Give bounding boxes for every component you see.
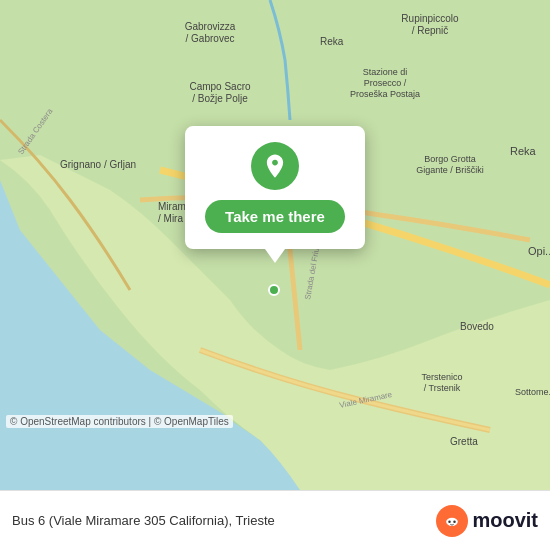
svg-text:Grignano / Grljan: Grignano / Grljan bbox=[60, 159, 136, 170]
svg-text:Gretta: Gretta bbox=[450, 436, 478, 447]
map-attribution: © OpenStreetMap contributors | © OpenMap… bbox=[6, 415, 233, 428]
route-label: Bus 6 (Viale Miramare 305 California), T… bbox=[12, 513, 436, 528]
location-pin-icon bbox=[251, 142, 299, 190]
take-me-there-button[interactable]: Take me there bbox=[205, 200, 345, 233]
map-container[interactable]: Gabrovizza / Gabrovec Rupinpiccolo / Rep… bbox=[0, 0, 550, 490]
svg-text:Rupinpiccolo: Rupinpiccolo bbox=[401, 13, 459, 24]
moovit-name: moovit bbox=[472, 509, 538, 532]
svg-text:Gigante / Briščiki: Gigante / Briščiki bbox=[416, 165, 484, 175]
svg-text:Sottome...: Sottome... bbox=[515, 387, 550, 397]
svg-text:Prosecco /: Prosecco / bbox=[364, 78, 407, 88]
svg-point-34 bbox=[454, 520, 457, 523]
popup-card: Take me there bbox=[185, 126, 365, 249]
svg-text:Borgo Grotta: Borgo Grotta bbox=[424, 154, 476, 164]
svg-text:/ Repnič: / Repnič bbox=[412, 25, 449, 36]
svg-text:Stazione di: Stazione di bbox=[363, 67, 408, 77]
svg-text:Terstenico: Terstenico bbox=[421, 372, 462, 382]
svg-text:Bovedo: Bovedo bbox=[460, 321, 494, 332]
svg-text:/ Božje Polje: / Božje Polje bbox=[192, 93, 248, 104]
svg-text:/ Mira: / Mira bbox=[158, 213, 183, 224]
svg-text:/ Trstenik: / Trstenik bbox=[424, 383, 461, 393]
svg-text:Gabrovizza: Gabrovizza bbox=[185, 21, 236, 32]
svg-text:Campo Sacro: Campo Sacro bbox=[189, 81, 251, 92]
svg-text:Miram: Miram bbox=[158, 201, 186, 212]
svg-point-33 bbox=[449, 520, 452, 523]
svg-text:/ Gabrovec: / Gabrovec bbox=[186, 33, 235, 44]
moovit-logo: moovit bbox=[436, 505, 538, 537]
moovit-icon bbox=[436, 505, 468, 537]
svg-text:Reka: Reka bbox=[320, 36, 344, 47]
svg-point-28 bbox=[269, 285, 279, 295]
svg-text:Reka: Reka bbox=[510, 145, 537, 157]
svg-text:Opi...: Opi... bbox=[528, 245, 550, 257]
bottom-bar: Bus 6 (Viale Miramare 305 California), T… bbox=[0, 490, 550, 550]
svg-text:Proseška Postaja: Proseška Postaja bbox=[350, 89, 420, 99]
